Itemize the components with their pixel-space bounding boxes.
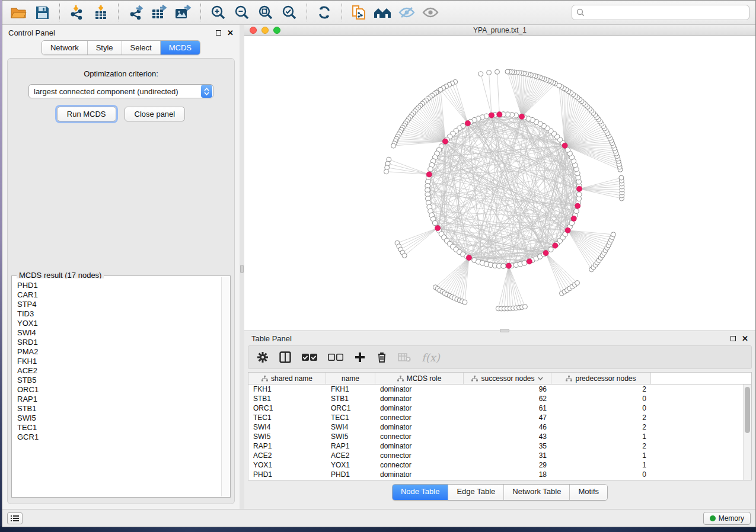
- table-scrollbar[interactable]: [743, 384, 751, 480]
- mcds-result-item[interactable]: SWI5: [17, 414, 221, 423]
- mcds-result-item[interactable]: FKH1: [17, 357, 221, 366]
- float-panel-icon[interactable]: [216, 30, 221, 36]
- mcds-result-item[interactable]: STP4: [17, 300, 221, 309]
- network-canvas[interactable]: [244, 36, 755, 331]
- search-input[interactable]: [588, 8, 745, 17]
- table-cell: dominator: [375, 470, 464, 479]
- search-field[interactable]: [572, 5, 749, 20]
- table-cell: 61: [464, 404, 551, 412]
- toolbar-separator: [59, 4, 60, 21]
- close-panel-button[interactable]: Close panel: [125, 107, 186, 121]
- table-cell: 1: [551, 432, 651, 441]
- table-row[interactable]: TEC1TEC1connector472: [248, 413, 743, 422]
- panel-splitter[interactable]: [240, 25, 244, 509]
- table-row[interactable]: STB1STB1dominator620: [248, 394, 743, 403]
- refresh-icon[interactable]: [314, 3, 334, 22]
- export-table-icon[interactable]: [149, 3, 170, 22]
- tab-style[interactable]: Style: [88, 41, 122, 55]
- table-settings-gear-icon[interactable]: [257, 351, 269, 363]
- network-window-title: YPA_prune.txt_1: [244, 26, 755, 34]
- table-panel-title: Table Panel: [251, 334, 292, 343]
- float-table-panel-icon[interactable]: [731, 336, 736, 341]
- zoom-selected-icon[interactable]: [279, 3, 299, 22]
- close-table-panel-icon[interactable]: ✕: [742, 336, 748, 341]
- run-mcds-button[interactable]: Run MCDS: [57, 107, 116, 121]
- show-columns-icon[interactable]: [279, 351, 291, 363]
- tab-mcds[interactable]: MCDS: [161, 41, 200, 55]
- import-table-icon[interactable]: [91, 3, 111, 22]
- open-folder-icon[interactable]: [8, 3, 28, 22]
- table-scrollbar-thumb[interactable]: [745, 387, 750, 433]
- table-row[interactable]: ACE2ACE2connector311: [248, 451, 743, 460]
- table-cell: 29: [464, 461, 551, 469]
- column-header-name[interactable]: name: [326, 373, 375, 384]
- task-history-button[interactable]: [7, 512, 23, 524]
- mcds-result-item[interactable]: TID3: [17, 309, 221, 319]
- close-panel-icon[interactable]: ✕: [227, 30, 234, 36]
- delete-column-icon[interactable]: [377, 351, 387, 363]
- hide-selected-icon[interactable]: [397, 3, 417, 22]
- tab-edge-table[interactable]: Edge Table: [448, 485, 504, 500]
- mcds-result-list[interactable]: PHD1CAR1STP4TID3YOX1SWI4SRD1PMA2FKH1ACE2…: [12, 278, 221, 496]
- node-table-header: shared name name MCDS role s: [248, 373, 751, 384]
- add-column-icon[interactable]: [354, 351, 366, 363]
- table-cell: YOX1: [248, 461, 326, 469]
- import-network-icon[interactable]: [67, 3, 87, 22]
- desktop: Control Panel ✕ Network Style Select MCD…: [0, 0, 756, 532]
- show-all-icon[interactable]: [420, 3, 441, 22]
- tab-node-table[interactable]: Node Table: [393, 485, 449, 500]
- column-header-predecessor-nodes[interactable]: predecessor nodes: [551, 373, 651, 384]
- tab-network[interactable]: Network: [42, 41, 88, 55]
- zoom-out-icon[interactable]: [232, 3, 252, 22]
- table-cell: YOX1: [326, 461, 375, 469]
- mcds-result-item[interactable]: STB5: [17, 376, 221, 385]
- table-cell: SWI4: [248, 423, 326, 431]
- mcds-result-item[interactable]: ORC1: [17, 385, 221, 395]
- tab-motifs[interactable]: Motifs: [570, 485, 607, 500]
- table-cell: TEC1: [248, 414, 326, 422]
- table-row[interactable]: FKH1FKH1dominator962: [248, 384, 743, 394]
- export-network-icon[interactable]: [126, 3, 146, 22]
- export-image-icon[interactable]: [173, 3, 193, 22]
- mcds-result-item[interactable]: YOX1: [17, 319, 221, 328]
- memory-button[interactable]: Memory: [703, 512, 751, 525]
- toolbar-separator: [307, 4, 307, 21]
- tab-select[interactable]: Select: [122, 41, 161, 55]
- zoom-in-icon[interactable]: [208, 3, 228, 22]
- column-header-successor-nodes[interactable]: successor nodes: [464, 373, 551, 384]
- deselect-all-rows-icon[interactable]: [328, 353, 343, 361]
- horizontal-splitter-handle[interactable]: [500, 329, 509, 332]
- mcds-result-item[interactable]: GCR1: [17, 432, 221, 442]
- zoom-fit-icon[interactable]: [256, 3, 276, 22]
- optimization-criterion-select[interactable]: largest connected component (undirected): [28, 84, 213, 98]
- select-all-rows-icon[interactable]: [302, 353, 317, 361]
- table-row[interactable]: YOX1YOX1connector291: [248, 460, 743, 470]
- table-row[interactable]: SWI5SWI5connector431: [248, 432, 743, 441]
- column-header-mcds-role[interactable]: MCDS role: [375, 373, 464, 384]
- table-row[interactable]: ORC1ORC1dominator610: [248, 403, 743, 413]
- mcds-result-item[interactable]: PHD1: [17, 281, 221, 290]
- splitter-handle[interactable]: [240, 265, 244, 273]
- mcds-result-item[interactable]: PMA2: [17, 347, 221, 357]
- table-row[interactable]: SWI4SWI4dominator462: [248, 422, 743, 432]
- mcds-result-item[interactable]: TEC1: [17, 423, 221, 432]
- table-cell: connector: [375, 461, 464, 469]
- table-row[interactable]: PHD1PHD1dominator180: [248, 470, 743, 479]
- duplicate-network-icon[interactable]: [349, 3, 369, 22]
- mcds-result-item[interactable]: SRD1: [17, 338, 221, 347]
- table-cell: 47: [464, 414, 551, 422]
- table-cell: FKH1: [326, 385, 375, 393]
- column-header-shared-name[interactable]: shared name: [248, 373, 326, 384]
- optimization-criterion-label: Optimization criterion:: [8, 69, 234, 78]
- tab-network-table[interactable]: Network Table: [504, 485, 570, 500]
- save-icon[interactable]: [32, 3, 52, 22]
- table-cell: ACE2: [326, 451, 375, 460]
- first-neighbors-icon[interactable]: [373, 3, 393, 22]
- mcds-result-item[interactable]: ACE2: [17, 366, 221, 376]
- mcds-result-item[interactable]: RAP1: [17, 395, 221, 404]
- mcds-result-item[interactable]: CAR1: [17, 290, 221, 300]
- mcds-list-scrollbar[interactable]: [221, 277, 229, 496]
- mcds-result-item[interactable]: SWI4: [17, 328, 221, 338]
- table-row[interactable]: RAP1RAP1dominator352: [248, 441, 743, 451]
- mcds-result-item[interactable]: STB1: [17, 404, 221, 414]
